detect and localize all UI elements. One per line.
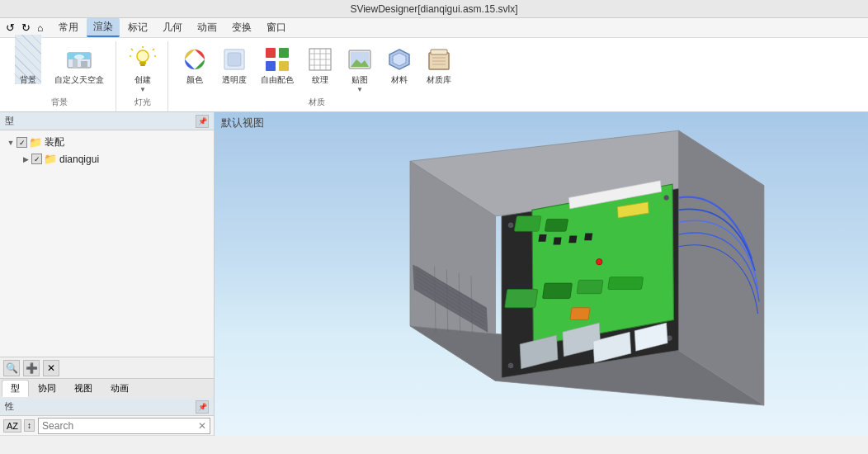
background-label: 背景 — [20, 74, 36, 86]
svg-rect-4 — [81, 61, 87, 68]
model-tree[interactable]: ▼ ✓ 📁 装配 ▶ ✓ 📁 dianqigui — [0, 130, 214, 357]
panel-header-icons: 📌 — [196, 115, 209, 128]
svg-rect-50 — [543, 283, 573, 298]
svg-rect-7 — [140, 64, 145, 66]
model-panel-header: 型 📌 — [0, 112, 214, 130]
transparency-btn[interactable]: 透明度 — [216, 43, 252, 89]
tab-view[interactable]: 视图 — [65, 380, 101, 397]
checkbox-dianqigui[interactable]: ✓ — [31, 154, 42, 164]
menu-bar: ↺ ↻ ⌂ 常用 渲染 标记 几何 动画 变换 窗口 — [0, 18, 868, 38]
svg-rect-34 — [431, 50, 447, 54]
svg-rect-19 — [266, 61, 276, 71]
svg-rect-20 — [279, 61, 289, 71]
background-icon — [15, 46, 41, 73]
prop-pin-icon[interactable]: 📌 — [196, 400, 209, 414]
color-icon — [182, 46, 208, 73]
lighting-group-label: 灯光 — [134, 97, 151, 111]
menu-item-render[interactable]: 渲染 — [87, 18, 120, 37]
transparency-icon — [221, 46, 248, 73]
prop-header-icons: 📌 — [196, 400, 209, 414]
svg-point-68 — [597, 259, 602, 265]
mapping-btn[interactable]: 贴图 ▼ — [342, 43, 378, 97]
create-light-btn[interactable]: 创建 ▼ — [125, 43, 161, 97]
menu-item-mark[interactable]: 标记 — [121, 19, 154, 36]
tab-animation[interactable]: 动画 — [101, 380, 138, 397]
quick-access-toolbar: ↺ ↻ ⌂ — [3, 21, 45, 35]
create-label: 创建 — [134, 74, 151, 86]
search-clear-icon[interactable]: ✕ — [198, 420, 206, 432]
title-bar: SViewDesigner[dianqigui.asm.15.svlx] — [0, 0, 868, 18]
expand-assembly[interactable]: ▼ — [5, 137, 17, 149]
texture-label: 纹理 — [312, 74, 328, 86]
svg-rect-16 — [228, 53, 241, 66]
svg-point-14 — [191, 55, 199, 64]
properties-toolbar: AZ ↕ ✕ — [0, 416, 214, 436]
search-icon-btn[interactable]: 🔍 — [3, 360, 20, 376]
menu-item-transform[interactable]: 变换 — [225, 19, 258, 36]
ribbon-group-background: 背景 自定义天空盒 背景 — [3, 41, 116, 111]
tree-item-dianqigui[interactable]: ▶ ✓ 📁 dianqigui — [3, 151, 210, 167]
svg-line-9 — [131, 49, 133, 50]
model-panel-title: 型 — [5, 115, 14, 127]
freecolor-btn[interactable]: 自由配色 — [256, 43, 299, 89]
material-lib-icon — [426, 46, 452, 73]
svg-point-5 — [137, 50, 149, 62]
properties-title: 性 — [5, 400, 14, 413]
cabinet-3d-model — [215, 112, 868, 436]
freecolor-icon — [264, 46, 290, 73]
ribbon-group-material: 颜色 透明度 — [170, 41, 464, 111]
svg-rect-53 — [538, 234, 546, 242]
home-icon[interactable]: ⌂ — [35, 21, 45, 35]
folder-assembly-icon: 📁 — [29, 136, 42, 149]
transparency-label: 透明度 — [222, 74, 247, 86]
svg-marker-43 — [532, 184, 674, 345]
tab-collaboration[interactable]: 协同 — [29, 380, 65, 397]
svg-rect-17 — [266, 48, 276, 58]
background-btn[interactable]: 背景 — [10, 43, 46, 89]
svg-rect-55 — [568, 235, 577, 243]
svg-rect-3 — [73, 59, 78, 68]
svg-rect-49 — [505, 289, 538, 307]
texture-btn[interactable]: 纹理 — [302, 43, 338, 89]
remove-icon-btn[interactable]: ✕ — [43, 360, 59, 376]
redo-icon[interactable]: ↻ — [19, 21, 33, 35]
sort-num-icon[interactable]: ↕ — [24, 419, 35, 432]
search-input[interactable] — [42, 420, 198, 432]
tree-item-assembly[interactable]: ▼ ✓ 📁 装配 — [3, 134, 210, 151]
add-icon-btn[interactable]: ➕ — [23, 360, 40, 376]
pin-icon[interactable]: 📌 — [196, 115, 209, 128]
tab-model[interactable]: 型 — [2, 380, 29, 397]
menu-item-geometry[interactable]: 几何 — [156, 19, 189, 36]
sort-alpha-icon[interactable]: AZ — [3, 419, 21, 433]
svg-rect-47 — [545, 219, 568, 231]
viewport[interactable]: 默认视图 — [215, 112, 868, 436]
checkbox-assembly[interactable]: ✓ — [17, 137, 27, 148]
bottom-tabs: 型 协同 视图 动画 — [0, 378, 214, 398]
material-lib-btn[interactable]: 材质库 — [421, 43, 457, 89]
material-label: 材料 — [391, 74, 408, 86]
skybox-btn[interactable]: 自定义天空盒 — [50, 43, 109, 89]
ribbon: 背景 自定义天空盒 背景 — [0, 38, 868, 112]
color-label: 颜色 — [186, 74, 203, 86]
material-group-label: 材质 — [309, 97, 325, 111]
svg-rect-56 — [584, 233, 592, 240]
svg-rect-52 — [608, 277, 644, 290]
material-buttons: 颜色 透明度 — [177, 43, 457, 97]
svg-point-70 — [664, 196, 669, 201]
svg-point-69 — [508, 223, 513, 228]
properties-header: 性 📌 — [0, 398, 214, 416]
search-box: ✕ — [38, 418, 210, 434]
menu-item-common[interactable]: 常用 — [52, 19, 85, 36]
skybox-icon — [66, 46, 92, 73]
menu-item-animation[interactable]: 动画 — [191, 19, 224, 36]
undo-icon[interactable]: ↺ — [3, 21, 17, 35]
material-icon — [386, 46, 413, 73]
menu-item-window[interactable]: 窗口 — [260, 19, 293, 36]
expand-dianqigui[interactable]: ▶ — [20, 154, 31, 165]
material-btn[interactable]: 材料 — [381, 43, 417, 89]
color-btn[interactable]: 颜色 — [177, 43, 213, 89]
tree-toolbar: 🔍 ➕ ✕ — [0, 357, 214, 378]
ribbon-group-lighting: 创建 ▼ 灯光 — [118, 41, 168, 111]
assembly-label: 装配 — [45, 135, 64, 149]
app-title: SViewDesigner[dianqigui.asm.15.svlx] — [350, 3, 517, 15]
